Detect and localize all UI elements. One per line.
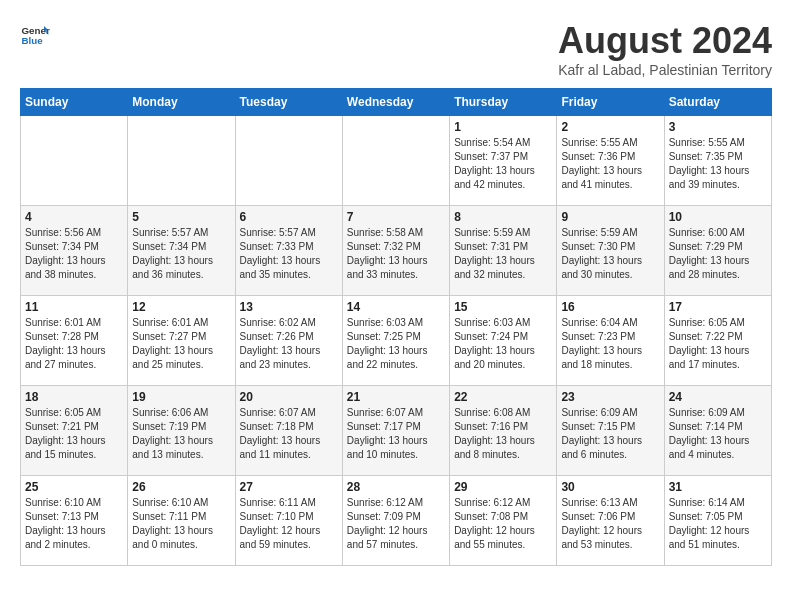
day-number: 1	[454, 120, 552, 134]
day-info: Sunrise: 5:55 AM Sunset: 7:35 PM Dayligh…	[669, 136, 767, 192]
calendar-cell	[128, 116, 235, 206]
day-number: 18	[25, 390, 123, 404]
day-number: 21	[347, 390, 445, 404]
day-info: Sunrise: 6:09 AM Sunset: 7:15 PM Dayligh…	[561, 406, 659, 462]
calendar-cell: 11Sunrise: 6:01 AM Sunset: 7:28 PM Dayli…	[21, 296, 128, 386]
logo-icon: General Blue	[20, 20, 50, 50]
day-info: Sunrise: 5:59 AM Sunset: 7:31 PM Dayligh…	[454, 226, 552, 282]
calendar-week-row: 25Sunrise: 6:10 AM Sunset: 7:13 PM Dayli…	[21, 476, 772, 566]
month-title: August 2024	[558, 20, 772, 62]
day-number: 22	[454, 390, 552, 404]
day-info: Sunrise: 6:05 AM Sunset: 7:21 PM Dayligh…	[25, 406, 123, 462]
day-number: 28	[347, 480, 445, 494]
calendar-cell: 6Sunrise: 5:57 AM Sunset: 7:33 PM Daylig…	[235, 206, 342, 296]
calendar-cell: 16Sunrise: 6:04 AM Sunset: 7:23 PM Dayli…	[557, 296, 664, 386]
calendar-cell: 15Sunrise: 6:03 AM Sunset: 7:24 PM Dayli…	[450, 296, 557, 386]
day-number: 24	[669, 390, 767, 404]
day-info: Sunrise: 6:06 AM Sunset: 7:19 PM Dayligh…	[132, 406, 230, 462]
calendar-cell	[235, 116, 342, 206]
calendar-cell: 25Sunrise: 6:10 AM Sunset: 7:13 PM Dayli…	[21, 476, 128, 566]
day-info: Sunrise: 6:10 AM Sunset: 7:11 PM Dayligh…	[132, 496, 230, 552]
calendar-cell: 22Sunrise: 6:08 AM Sunset: 7:16 PM Dayli…	[450, 386, 557, 476]
day-info: Sunrise: 6:04 AM Sunset: 7:23 PM Dayligh…	[561, 316, 659, 372]
day-number: 12	[132, 300, 230, 314]
calendar-cell: 1Sunrise: 5:54 AM Sunset: 7:37 PM Daylig…	[450, 116, 557, 206]
day-number: 19	[132, 390, 230, 404]
day-header: Tuesday	[235, 89, 342, 116]
calendar-cell: 31Sunrise: 6:14 AM Sunset: 7:05 PM Dayli…	[664, 476, 771, 566]
calendar-cell: 18Sunrise: 6:05 AM Sunset: 7:21 PM Dayli…	[21, 386, 128, 476]
day-info: Sunrise: 5:58 AM Sunset: 7:32 PM Dayligh…	[347, 226, 445, 282]
day-header: Wednesday	[342, 89, 449, 116]
calendar-cell: 10Sunrise: 6:00 AM Sunset: 7:29 PM Dayli…	[664, 206, 771, 296]
day-header: Monday	[128, 89, 235, 116]
day-info: Sunrise: 5:59 AM Sunset: 7:30 PM Dayligh…	[561, 226, 659, 282]
day-info: Sunrise: 6:01 AM Sunset: 7:27 PM Dayligh…	[132, 316, 230, 372]
day-info: Sunrise: 6:13 AM Sunset: 7:06 PM Dayligh…	[561, 496, 659, 552]
day-number: 23	[561, 390, 659, 404]
calendar-cell: 27Sunrise: 6:11 AM Sunset: 7:10 PM Dayli…	[235, 476, 342, 566]
day-number: 25	[25, 480, 123, 494]
location: Kafr al Labad, Palestinian Territory	[558, 62, 772, 78]
day-number: 20	[240, 390, 338, 404]
day-number: 27	[240, 480, 338, 494]
day-header: Thursday	[450, 89, 557, 116]
calendar-cell: 30Sunrise: 6:13 AM Sunset: 7:06 PM Dayli…	[557, 476, 664, 566]
calendar-cell: 29Sunrise: 6:12 AM Sunset: 7:08 PM Dayli…	[450, 476, 557, 566]
calendar-cell: 7Sunrise: 5:58 AM Sunset: 7:32 PM Daylig…	[342, 206, 449, 296]
logo: General Blue	[20, 20, 50, 50]
day-info: Sunrise: 6:08 AM Sunset: 7:16 PM Dayligh…	[454, 406, 552, 462]
day-number: 2	[561, 120, 659, 134]
day-number: 3	[669, 120, 767, 134]
title-block: August 2024 Kafr al Labad, Palestinian T…	[558, 20, 772, 78]
calendar-cell: 2Sunrise: 5:55 AM Sunset: 7:36 PM Daylig…	[557, 116, 664, 206]
day-number: 8	[454, 210, 552, 224]
calendar-week-row: 1Sunrise: 5:54 AM Sunset: 7:37 PM Daylig…	[21, 116, 772, 206]
day-number: 29	[454, 480, 552, 494]
day-info: Sunrise: 6:05 AM Sunset: 7:22 PM Dayligh…	[669, 316, 767, 372]
calendar-cell: 26Sunrise: 6:10 AM Sunset: 7:11 PM Dayli…	[128, 476, 235, 566]
day-info: Sunrise: 5:57 AM Sunset: 7:33 PM Dayligh…	[240, 226, 338, 282]
calendar-cell: 19Sunrise: 6:06 AM Sunset: 7:19 PM Dayli…	[128, 386, 235, 476]
day-number: 17	[669, 300, 767, 314]
day-number: 4	[25, 210, 123, 224]
day-header: Sunday	[21, 89, 128, 116]
day-info: Sunrise: 6:02 AM Sunset: 7:26 PM Dayligh…	[240, 316, 338, 372]
day-info: Sunrise: 6:07 AM Sunset: 7:17 PM Dayligh…	[347, 406, 445, 462]
day-info: Sunrise: 6:12 AM Sunset: 7:09 PM Dayligh…	[347, 496, 445, 552]
calendar-cell: 5Sunrise: 5:57 AM Sunset: 7:34 PM Daylig…	[128, 206, 235, 296]
day-number: 6	[240, 210, 338, 224]
day-info: Sunrise: 6:00 AM Sunset: 7:29 PM Dayligh…	[669, 226, 767, 282]
page-header: General Blue August 2024 Kafr al Labad, …	[20, 20, 772, 78]
day-header: Friday	[557, 89, 664, 116]
calendar-cell: 17Sunrise: 6:05 AM Sunset: 7:22 PM Dayli…	[664, 296, 771, 386]
day-info: Sunrise: 5:55 AM Sunset: 7:36 PM Dayligh…	[561, 136, 659, 192]
day-header: Saturday	[664, 89, 771, 116]
day-number: 15	[454, 300, 552, 314]
day-number: 31	[669, 480, 767, 494]
calendar-week-row: 4Sunrise: 5:56 AM Sunset: 7:34 PM Daylig…	[21, 206, 772, 296]
day-number: 16	[561, 300, 659, 314]
day-info: Sunrise: 5:56 AM Sunset: 7:34 PM Dayligh…	[25, 226, 123, 282]
calendar-cell	[21, 116, 128, 206]
calendar-header-row: SundayMondayTuesdayWednesdayThursdayFrid…	[21, 89, 772, 116]
day-number: 7	[347, 210, 445, 224]
day-info: Sunrise: 6:11 AM Sunset: 7:10 PM Dayligh…	[240, 496, 338, 552]
day-number: 30	[561, 480, 659, 494]
day-number: 11	[25, 300, 123, 314]
day-info: Sunrise: 6:14 AM Sunset: 7:05 PM Dayligh…	[669, 496, 767, 552]
calendar-cell: 21Sunrise: 6:07 AM Sunset: 7:17 PM Dayli…	[342, 386, 449, 476]
calendar-week-row: 18Sunrise: 6:05 AM Sunset: 7:21 PM Dayli…	[21, 386, 772, 476]
day-info: Sunrise: 6:03 AM Sunset: 7:24 PM Dayligh…	[454, 316, 552, 372]
calendar-cell: 9Sunrise: 5:59 AM Sunset: 7:30 PM Daylig…	[557, 206, 664, 296]
day-info: Sunrise: 6:12 AM Sunset: 7:08 PM Dayligh…	[454, 496, 552, 552]
calendar-cell: 4Sunrise: 5:56 AM Sunset: 7:34 PM Daylig…	[21, 206, 128, 296]
day-info: Sunrise: 6:03 AM Sunset: 7:25 PM Dayligh…	[347, 316, 445, 372]
day-number: 10	[669, 210, 767, 224]
calendar-cell: 3Sunrise: 5:55 AM Sunset: 7:35 PM Daylig…	[664, 116, 771, 206]
calendar-cell	[342, 116, 449, 206]
calendar-week-row: 11Sunrise: 6:01 AM Sunset: 7:28 PM Dayli…	[21, 296, 772, 386]
day-info: Sunrise: 6:07 AM Sunset: 7:18 PM Dayligh…	[240, 406, 338, 462]
calendar-cell: 24Sunrise: 6:09 AM Sunset: 7:14 PM Dayli…	[664, 386, 771, 476]
day-number: 9	[561, 210, 659, 224]
